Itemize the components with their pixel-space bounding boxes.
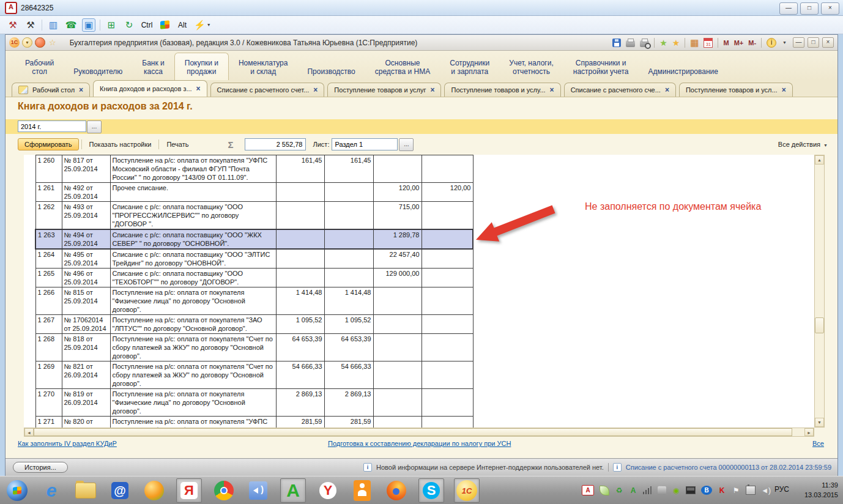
document-tab[interactable]: Поступление товаров и услу...× xyxy=(444,83,560,97)
cell-desc[interactable]: Поступление на р/с: оплата от покупателя… xyxy=(110,361,276,389)
close-icon[interactable]: × xyxy=(665,86,669,94)
cell-c2[interactable]: 281,59 xyxy=(324,417,373,428)
cell-doc[interactable]: № 495 от 25.09.2014 xyxy=(62,249,110,269)
settings-tool-icon[interactable]: ⚒ xyxy=(6,18,20,32)
scroll-down-icon[interactable]: ▼ xyxy=(815,418,824,427)
generate-button[interactable]: Сформировать xyxy=(18,138,79,150)
cell-c2[interactable] xyxy=(324,183,373,202)
mailru-icon[interactable]: @ xyxy=(108,479,132,502)
print-icon[interactable] xyxy=(626,40,635,47)
period-input[interactable] xyxy=(18,120,86,132)
memory-button[interactable]: M xyxy=(723,39,729,46)
display-icon[interactable] xyxy=(686,486,696,494)
cell-c3[interactable]: 715,00 xyxy=(373,202,422,230)
cell-c3[interactable] xyxy=(373,155,422,183)
antivirus-a-icon[interactable]: A xyxy=(629,486,637,495)
cell-c2[interactable]: 54 666,33 xyxy=(324,361,373,389)
section-tab[interactable]: Основные средства и НМА xyxy=(365,56,440,80)
close-icon[interactable]: × xyxy=(821,2,839,15)
skype-icon[interactable]: S xyxy=(418,478,444,503)
minimize-icon[interactable]: — xyxy=(793,37,804,48)
table-row[interactable]: 1 268№ 818 от 25.09.2014Поступление на р… xyxy=(35,334,473,361)
document-tab[interactable]: Рабочий стол× xyxy=(12,83,90,97)
scroll-up-icon[interactable]: ▲ xyxy=(815,155,824,165)
cell-desc[interactable]: Списание с р/с: оплата поставщику "ООО "… xyxy=(110,249,276,269)
close-icon[interactable]: × xyxy=(782,86,786,94)
minimize-icon[interactable]: — xyxy=(779,2,798,15)
internet-explorer-icon[interactable]: e xyxy=(39,479,64,502)
chrome-icon[interactable] xyxy=(212,479,236,502)
refresh-icon[interactable]: ↻ xyxy=(122,18,136,32)
favorites-star-icon[interactable]: ☆ xyxy=(49,38,56,47)
spreadsheet-area[interactable]: 1 260№ 817 от 25.09.2014Поступление на р… xyxy=(24,155,814,428)
cell-num[interactable]: 1 264 xyxy=(35,249,62,269)
show-settings-button[interactable]: Показать настройки xyxy=(84,139,157,150)
cell-c1[interactable]: 281,59 xyxy=(276,417,324,428)
ammyy-admin-icon[interactable]: A xyxy=(280,478,306,503)
cell-num[interactable]: 1 268 xyxy=(35,334,62,361)
voice-chat-icon[interactable]: ☎ xyxy=(64,18,78,32)
restore-icon[interactable]: □ xyxy=(808,37,819,48)
vertical-scrollbar[interactable]: ▲ ▼ xyxy=(814,155,825,428)
maximize-icon[interactable]: □ xyxy=(800,2,819,15)
kudir-help-link[interactable]: Как заполнить IV раздел КУДиР xyxy=(18,440,117,447)
cell-c4[interactable] xyxy=(422,389,473,417)
section-tab[interactable]: Покупки и продажи xyxy=(174,53,229,80)
cell-num[interactable]: 1 271 xyxy=(35,417,62,428)
cell-c2[interactable]: 2 869,13 xyxy=(324,389,373,417)
cell-c4[interactable] xyxy=(422,315,473,334)
close-icon[interactable]: × xyxy=(313,86,318,94)
cell-c1[interactable]: 1 414,48 xyxy=(276,287,324,315)
print-button[interactable]: Печать xyxy=(162,139,193,150)
cell-doc[interactable]: № 493 от 25.09.2014 xyxy=(62,202,110,230)
table-row[interactable]: 1 271№ 820 от 26.09.2014Поступление на р… xyxy=(35,417,473,428)
save-icon[interactable] xyxy=(612,39,621,47)
history-button[interactable]: История... xyxy=(13,462,68,473)
cell-num[interactable]: 1 266 xyxy=(35,287,62,315)
horizontal-scrollbar[interactable]: ◄ ► xyxy=(24,428,814,437)
cell-c3[interactable] xyxy=(373,417,422,428)
close-icon[interactable]: × xyxy=(196,84,201,93)
fullscreen-icon[interactable]: ⊞ xyxy=(105,18,118,32)
section-tab[interactable]: Руководителю xyxy=(64,64,132,80)
cell-doc[interactable]: № 494 от 25.09.2014 xyxy=(62,229,110,249)
taskbar-clock[interactable]: 11:39 13.03.2015 xyxy=(793,480,838,500)
add-favorite-icon[interactable]: ★ xyxy=(659,38,667,48)
kaspersky-icon[interactable]: K xyxy=(718,486,726,495)
table-row[interactable]: 1 269№ 821 от 26.09.2014Поступление на р… xyxy=(35,361,473,389)
document-tab[interactable]: Списание с расчетного счет...× xyxy=(210,83,325,97)
memory-minus-button[interactable]: M- xyxy=(748,39,756,46)
cell-desc[interactable]: Поступление на р/с: оплата от покупателя… xyxy=(110,315,276,334)
cell-c2[interactable]: 1 095,52 xyxy=(324,315,373,334)
cell-doc[interactable]: № 817 от 25.09.2014 xyxy=(62,155,110,183)
cell-c3[interactable] xyxy=(373,315,422,334)
cell-c1[interactable] xyxy=(276,202,324,230)
cell-c1[interactable]: 1 095,52 xyxy=(276,315,324,334)
period-choose-button[interactable]: ... xyxy=(87,120,102,133)
vertical-scroll-thumb[interactable] xyxy=(815,317,824,333)
cell-doc[interactable]: № 496 от 25.09.2014 xyxy=(62,269,110,287)
cell-c3[interactable]: 1 289,78 xyxy=(373,229,422,249)
cell-c4[interactable] xyxy=(422,361,473,389)
1c-enterprise-icon[interactable]: 1С xyxy=(454,478,480,503)
cell-c2[interactable] xyxy=(324,269,373,287)
cell-c4[interactable] xyxy=(422,155,473,183)
cell-doc[interactable]: № 815 от 25.09.2014 xyxy=(62,287,110,315)
usn-declaration-link[interactable]: Подготовка к составлению декларации по н… xyxy=(328,440,511,447)
close-icon[interactable]: × xyxy=(430,86,434,94)
section-tab[interactable]: Производство xyxy=(297,64,365,80)
section-tab[interactable]: Администрирование xyxy=(638,64,727,80)
scroll-right-icon[interactable]: ► xyxy=(804,428,814,436)
section-tab[interactable]: Учет, налоги, отчетность xyxy=(499,56,563,80)
cell-c3[interactable]: 22 457,40 xyxy=(373,249,422,269)
cell-c1[interactable]: 54 666,33 xyxy=(276,361,324,389)
info-icon[interactable]: i xyxy=(767,38,776,48)
cell-num[interactable]: 1 270 xyxy=(35,389,62,417)
cell-c2[interactable]: 1 414,48 xyxy=(324,287,373,315)
chevron-down-icon[interactable]: ▼ xyxy=(782,40,787,45)
cell-c4[interactable] xyxy=(422,269,473,287)
calculator-icon[interactable]: ▦ xyxy=(690,37,699,48)
horizontal-scroll-thumb[interactable] xyxy=(34,428,792,436)
table-row[interactable]: 1 262№ 493 от 25.09.2014Списание с р/с: … xyxy=(35,202,473,230)
cell-c1[interactable]: 64 653,39 xyxy=(276,334,324,361)
